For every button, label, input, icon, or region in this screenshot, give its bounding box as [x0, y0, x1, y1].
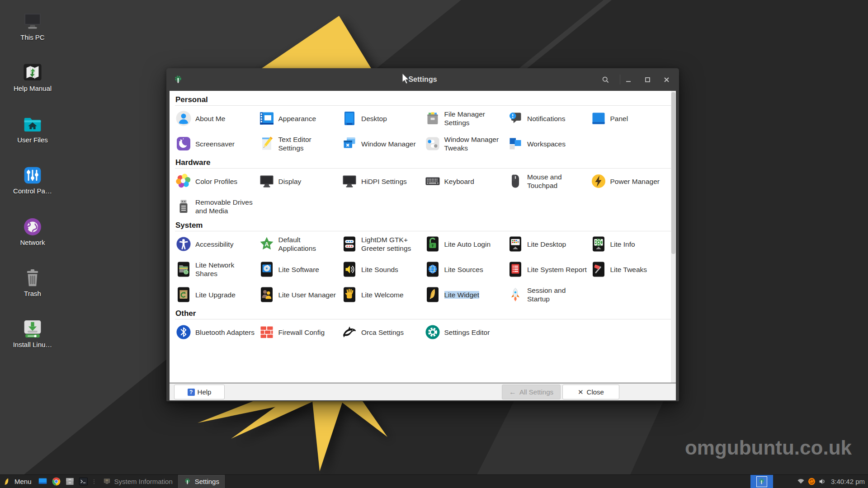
tray-wifi[interactable]	[796, 475, 807, 488]
settings-item-lightdm[interactable]: LightDM GTK+ Greeter settings	[341, 231, 425, 257]
settings-item-lite-tweaks[interactable]: Lite Tweaks	[590, 257, 674, 282]
settings-item-lite-sounds[interactable]: Lite Sounds	[341, 257, 425, 282]
sysinfo-icon	[103, 478, 114, 485]
settings-item-lite-system-report[interactable]: Lite System Report	[507, 257, 590, 282]
scrollbar-thumb[interactable]	[671, 92, 675, 254]
settings-item-lite-upgrade[interactable]: Lite Upgrade	[175, 282, 259, 307]
settings-item-accessibility[interactable]: Accessibility	[175, 231, 259, 257]
settings-item-mouse[interactable]: Mouse and Touchpad	[507, 169, 590, 194]
search-button[interactable]	[599, 73, 612, 86]
panel-grip	[92, 475, 96, 488]
system-tray: 3:40:42 pm	[750, 475, 868, 488]
settings-item-lite-user-manager[interactable]: Lite User Manager	[259, 282, 342, 307]
settings-item-label: Lite Auto Login	[444, 240, 491, 249]
settings-item-wm-tweaks[interactable]: Window Manager Tweaks	[425, 131, 508, 156]
launcher-show-desktop[interactable]	[36, 475, 50, 488]
settings-item-label: Screensaver	[195, 140, 235, 148]
settings-item-about-me[interactable]: About Me	[175, 106, 259, 131]
power-manager-icon	[590, 173, 607, 189]
color-profiles-icon	[175, 173, 192, 189]
desktop-icon-label: This PC	[8, 33, 57, 41]
settings-item-lite-welcome[interactable]: Lite Welcome	[341, 282, 425, 307]
settings-item-appearance[interactable]: Appearance	[259, 106, 342, 131]
desktop-icon-label: Control Pa…	[8, 187, 57, 195]
desktop-icon-user-files[interactable]: User Files	[8, 114, 57, 144]
settings-item-lite-info[interactable]: Lite Info	[590, 231, 674, 257]
tray-volume[interactable]	[817, 475, 828, 488]
settings-item-label: Text Editor Settings	[278, 135, 338, 152]
settings-item-window-manager[interactable]: Window Manager	[341, 131, 425, 156]
all-settings-button[interactable]: ←All Settings	[502, 385, 561, 399]
desktop-icon-help-manual[interactable]: Help Manual	[8, 63, 57, 92]
settings-item-firewall[interactable]: Firewall Config	[259, 319, 342, 345]
desktop-icon-this-pc[interactable]: This PC	[8, 12, 57, 41]
minimize-button[interactable]	[622, 73, 635, 86]
desktop-icon-trash[interactable]: Trash	[8, 268, 57, 297]
settings-item-lite-software[interactable]: Lite Software	[259, 257, 342, 282]
titlebar[interactable]: Settings	[166, 68, 679, 91]
appearance-icon	[259, 110, 275, 127]
settings-item-desktop-pref[interactable]: Desktop	[341, 106, 425, 131]
settings-item-keyboard[interactable]: Keyboard	[425, 169, 508, 194]
settings-item-label: Lite Tweaks	[610, 265, 647, 274]
show-desktop-icon	[38, 477, 47, 486]
settings-item-lite-desktop[interactable]: Lite Desktop	[507, 231, 590, 257]
tray-lite-settings[interactable]	[750, 475, 773, 488]
network-places-icon	[8, 217, 57, 237]
clock[interactable]: 3:40:42 pm	[828, 478, 868, 485]
file-manager-icon	[425, 110, 441, 127]
settings-item-hidpi[interactable]: HiDPI Settings	[341, 169, 425, 194]
taskbar-window-sysinfo[interactable]: System Information	[98, 475, 178, 488]
settings-item-power-manager[interactable]: Power Manager	[590, 169, 674, 194]
settings-item-label: Window Manager	[361, 140, 416, 148]
settings-item-orca[interactable]: Orca Settings	[341, 319, 425, 345]
taskbar-window-label: System Information	[114, 478, 173, 485]
settings-item-lite-widget[interactable]: Lite Widget	[425, 282, 508, 307]
desktop: This PCHelp ManualUser FilesControl Pa…N…	[0, 0, 868, 488]
settings-item-color-profiles[interactable]: Color Profiles	[175, 169, 259, 194]
window-manager-icon	[341, 136, 358, 152]
settings-item-label: Lite Software	[278, 265, 319, 274]
lite-network-shares-icon	[175, 261, 192, 277]
close-window-button[interactable]: ✕Close	[562, 385, 619, 399]
settings-item-display[interactable]: Display	[259, 169, 342, 194]
launcher-file-cabinet[interactable]	[63, 475, 77, 488]
mouse-cursor	[401, 73, 412, 84]
settings-item-notifications[interactable]: Notifications	[507, 106, 590, 131]
desktop-icon-install-linux[interactable]: Install Linu…	[8, 319, 57, 348]
launcher-terminal[interactable]	[77, 475, 90, 488]
notifications-icon	[507, 110, 524, 127]
menu-button[interactable]: Menu	[0, 475, 36, 488]
settings-item-screensaver[interactable]: Screensaver	[175, 131, 259, 156]
control-panel-icon	[8, 165, 57, 185]
settings-item-label: Default Applications	[278, 235, 338, 253]
settings-item-lite-sources[interactable]: Lite Sources	[425, 257, 508, 282]
settings-item-removable[interactable]: Removable Drives and Media	[175, 194, 259, 219]
taskbar-window-lite-settings[interactable]: Settings	[178, 475, 225, 488]
desktop-icon-network-places[interactable]: Network	[8, 217, 57, 246]
settings-item-panel[interactable]: Panel	[590, 106, 674, 131]
settings-item-session-startup[interactable]: Session and Startup	[507, 282, 590, 307]
close-button[interactable]	[660, 73, 673, 86]
settings-item-workspaces[interactable]: Workspaces	[507, 131, 590, 156]
settings-item-label: Panel	[610, 114, 628, 123]
settings-item-default-apps[interactable]: ADefault Applications	[259, 231, 342, 257]
wm-tweaks-icon	[425, 136, 441, 152]
settings-item-lite-autologin[interactable]: Lite Auto Login	[425, 231, 508, 257]
settings-item-settings-editor[interactable]: Settings Editor	[425, 319, 508, 345]
scrollbar[interactable]	[671, 91, 676, 383]
settings-item-text-editor[interactable]: Text Editor Settings	[259, 131, 342, 156]
help-button[interactable]: ?Help	[174, 385, 225, 399]
lite-autologin-icon	[425, 236, 441, 252]
settings-item-label: Lite Widget	[444, 291, 480, 299]
maximize-button[interactable]	[641, 73, 654, 86]
settings-item-lite-network-shares[interactable]: Lite Network Shares	[175, 257, 259, 282]
settings-item-bluetooth[interactable]: Bluetooth Adapters	[175, 319, 259, 345]
titlebar-separator	[620, 75, 620, 84]
desktop-icon-control-panel[interactable]: Control Pa…	[8, 165, 57, 195]
launcher-chrome[interactable]	[50, 475, 63, 488]
settings-item-file-manager[interactable]: File Manager Settings	[425, 106, 508, 131]
lite-settings-icon	[184, 478, 195, 485]
menu-feather-icon	[3, 478, 14, 486]
tray-update[interactable]	[807, 475, 817, 488]
